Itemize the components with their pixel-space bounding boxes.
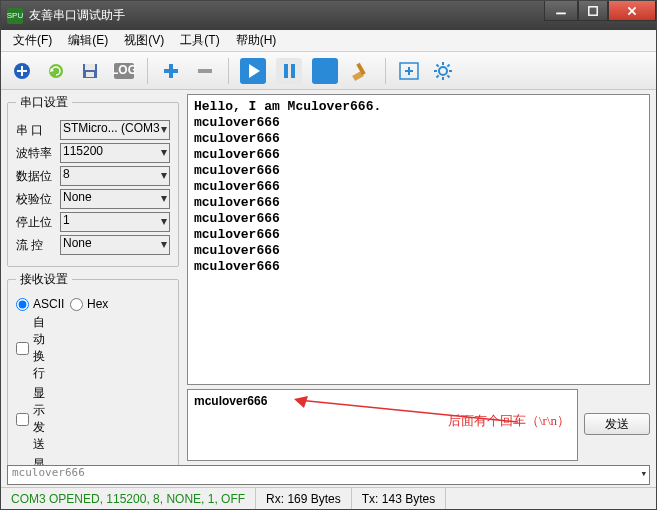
stopbits-label: 停止位 [16, 214, 56, 231]
port-label: 串 口 [16, 122, 56, 139]
app-window: SPU 友善串口调试助手 文件(F) 编辑(E) 视图(V) 工具(T) 帮助(… [0, 0, 657, 510]
svg-rect-22 [312, 58, 338, 84]
gear-icon[interactable] [428, 56, 458, 86]
receive-textarea[interactable]: Hello, I am Mculover666. mculover666 mcu… [187, 94, 650, 385]
show-time-check[interactable]: 显示时间 [16, 456, 56, 465]
menu-file[interactable]: 文件(F) [5, 30, 60, 51]
app-icon: SPU [7, 8, 23, 24]
right-panel: Hello, I am Mculover666. mculover666 mcu… [185, 90, 656, 465]
plus-icon[interactable] [156, 56, 186, 86]
toolbar-separator [147, 58, 148, 84]
flow-label: 流 控 [16, 237, 56, 254]
toolbar-separator [385, 58, 386, 84]
minimize-button[interactable] [544, 1, 578, 21]
serial-settings-legend: 串口设置 [16, 94, 72, 111]
send-textarea[interactable]: mculover666 后面有个回车（\r\n） [187, 389, 578, 461]
svg-rect-19 [276, 58, 302, 84]
svg-line-33 [437, 64, 439, 66]
recv-hex-radio[interactable]: Hex [70, 297, 110, 311]
close-button[interactable] [608, 1, 656, 21]
databits-label: 数据位 [16, 168, 56, 185]
stop-icon[interactable] [309, 55, 341, 87]
svg-rect-11 [86, 72, 94, 77]
svg-rect-10 [85, 64, 95, 70]
add-icon[interactable] [7, 56, 37, 86]
recv-settings-legend: 接收设置 [16, 271, 72, 288]
menu-view[interactable]: 视图(V) [116, 30, 172, 51]
history-row: mculover666 [1, 465, 656, 487]
toolbar: LOG [1, 52, 656, 90]
play-icon[interactable] [237, 55, 269, 87]
svg-line-36 [437, 75, 439, 77]
menu-edit[interactable]: 编辑(E) [60, 30, 116, 51]
refresh-icon[interactable] [41, 56, 71, 86]
log-icon[interactable]: LOG [109, 56, 139, 86]
svg-point-28 [439, 67, 447, 75]
save-icon[interactable] [75, 56, 105, 86]
svg-text:LOG: LOG [113, 63, 135, 77]
svg-marker-38 [294, 396, 308, 408]
stopbits-select[interactable]: 1 [60, 212, 170, 232]
send-button[interactable]: 发送 [584, 413, 650, 435]
status-rx: Rx: 169 Bytes [256, 488, 352, 509]
svg-rect-20 [284, 64, 288, 78]
menu-help[interactable]: 帮助(H) [228, 30, 285, 51]
titlebar: SPU 友善串口调试助手 [1, 1, 656, 30]
parity-select[interactable]: None [60, 189, 170, 209]
baud-label: 波特率 [16, 145, 56, 162]
history-select[interactable]: mculover666 [7, 465, 650, 485]
maximize-button[interactable] [578, 1, 608, 21]
toolbar-separator [228, 58, 229, 84]
status-tx: Tx: 143 Bytes [352, 488, 446, 509]
pause-icon[interactable] [273, 55, 305, 87]
send-text-content: mculover666 [194, 394, 267, 408]
statusbar: COM3 OPENED, 115200, 8, NONE, 1, OFF Rx:… [1, 487, 656, 509]
annotation-text: 后面有个回车（\r\n） [448, 412, 570, 430]
databits-select[interactable]: 8 [60, 166, 170, 186]
window-title: 友善串口调试助手 [29, 7, 544, 24]
recv-ascii-radio[interactable]: ASCII [16, 297, 56, 311]
show-send-check[interactable]: 显示发送 [16, 385, 56, 453]
menu-tools[interactable]: 工具(T) [172, 30, 227, 51]
parity-label: 校验位 [16, 191, 56, 208]
flow-select[interactable]: None [60, 235, 170, 255]
left-panel: 串口设置 串 口STMicro... (COM3 波特率115200 数据位8 … [1, 90, 185, 465]
port-select[interactable]: STMicro... (COM3 [60, 120, 170, 140]
clear-icon[interactable] [345, 55, 377, 87]
baud-select[interactable]: 115200 [60, 143, 170, 163]
window-plus-icon[interactable] [394, 56, 424, 86]
svg-line-34 [447, 75, 449, 77]
autowrap-check[interactable]: 自动换行 [16, 314, 56, 382]
svg-rect-21 [291, 64, 295, 78]
menubar: 文件(F) 编辑(E) 视图(V) 工具(T) 帮助(H) [1, 30, 656, 52]
serial-settings-group: 串口设置 串 口STMicro... (COM3 波特率115200 数据位8 … [7, 94, 179, 267]
svg-line-35 [447, 64, 449, 66]
svg-rect-1 [589, 6, 597, 14]
minus-icon[interactable] [190, 56, 220, 86]
recv-settings-group: 接收设置 ASCII Hex 自动换行 显示发送 显示时间 [7, 271, 179, 465]
status-connection: COM3 OPENED, 115200, 8, NONE, 1, OFF [1, 488, 256, 509]
